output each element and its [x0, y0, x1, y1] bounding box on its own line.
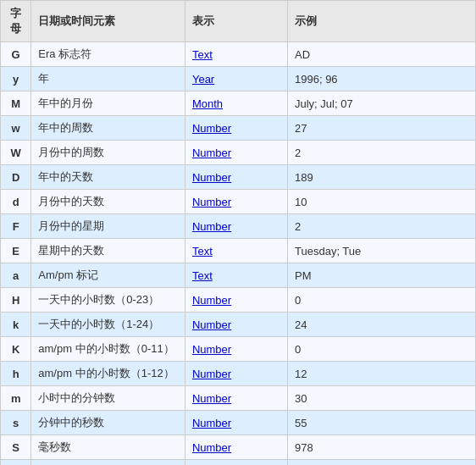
cell-char: S	[1, 435, 31, 460]
cell-desc: Am/pm 标记	[31, 263, 185, 288]
cell-repr[interactable]: Number	[185, 411, 287, 435]
cell-repr[interactable]: Number	[185, 337, 287, 362]
repr-link[interactable]: Number	[192, 220, 231, 233]
table-row: S毫秒数Number978	[1, 435, 476, 460]
cell-desc: 年中的周数	[31, 116, 185, 141]
cell-repr[interactable]: Number	[185, 386, 287, 411]
cell-repr[interactable]: Number	[185, 288, 287, 313]
cell-example: 2	[288, 141, 476, 165]
cell-desc: 月份中的周数	[31, 141, 185, 165]
repr-link[interactable]: Year	[192, 73, 214, 86]
cell-desc: am/pm 中的小时数（0-11）	[31, 337, 185, 362]
repr-link[interactable]: Text	[192, 245, 213, 257]
cell-example: 12	[288, 362, 476, 386]
cell-char: a	[1, 263, 31, 288]
table-row: M年中的月份MonthJuly; Jul; 07	[1, 91, 476, 116]
table-row: Kam/pm 中的小时数（0-11）Number0	[1, 337, 476, 362]
repr-link[interactable]: Number	[192, 122, 231, 135]
cell-desc: 分钟中的秒数	[31, 411, 185, 435]
cell-char: h	[1, 362, 31, 386]
cell-desc: 年	[31, 67, 185, 91]
cell-char: M	[1, 91, 31, 116]
table-row: H一天中的小时数（0-23）Number0	[1, 288, 476, 313]
cell-repr[interactable]: Text	[185, 239, 287, 263]
cell-example: 189	[288, 165, 476, 190]
cell-char: w	[1, 116, 31, 141]
cell-desc: am/pm 中的小时数（1-12）	[31, 362, 185, 386]
cell-char: d	[1, 190, 31, 214]
repr-link[interactable]: Number	[192, 368, 231, 380]
cell-repr[interactable]: Number	[185, 435, 287, 460]
cell-example: Pacific Standard Time; PST; GMT-08:00	[288, 460, 476, 466]
repr-link[interactable]: Number	[192, 147, 231, 159]
table-row: k一天中的小时数（1-24）Number24	[1, 313, 476, 337]
table-row: s分钟中的秒数Number55	[1, 411, 476, 435]
cell-repr[interactable]: Year	[185, 67, 287, 91]
cell-char: E	[1, 239, 31, 263]
cell-repr[interactable]: General time zone	[185, 460, 287, 466]
cell-char: H	[1, 288, 31, 313]
repr-link[interactable]: Number	[192, 196, 231, 208]
repr-link[interactable]: Number	[192, 294, 231, 307]
cell-desc: 月份中的星期	[31, 214, 185, 239]
header-example: 示例	[288, 1, 476, 42]
table-row: GEra 标志符TextAD	[1, 42, 476, 67]
repr-link[interactable]: Number	[192, 417, 231, 429]
cell-desc: 年中的天数	[31, 165, 185, 190]
repr-link[interactable]: Number	[192, 392, 231, 405]
cell-char: W	[1, 141, 31, 165]
repr-link[interactable]: Text	[192, 48, 213, 61]
cell-example: 30	[288, 386, 476, 411]
table-row: ham/pm 中的小时数（1-12）Number12	[1, 362, 476, 386]
cell-example: 0	[288, 288, 476, 313]
table-row: D年中的天数Number189	[1, 165, 476, 190]
cell-char: K	[1, 337, 31, 362]
cell-desc: Era 标志符	[31, 42, 185, 67]
cell-example: 55	[288, 411, 476, 435]
cell-repr[interactable]: Number	[185, 165, 287, 190]
header-repr: 表示	[185, 1, 287, 42]
cell-char: m	[1, 386, 31, 411]
repr-link[interactable]: Number	[192, 343, 231, 356]
cell-desc: 月份中的天数	[31, 190, 185, 214]
cell-example: 24	[288, 313, 476, 337]
cell-example: 2	[288, 214, 476, 239]
cell-repr[interactable]: Number	[185, 141, 287, 165]
cell-example: 10	[288, 190, 476, 214]
cell-char: F	[1, 214, 31, 239]
cell-example: AD	[288, 42, 476, 67]
table-row: F月份中的星期Number2	[1, 214, 476, 239]
header-desc: 日期或时间元素	[31, 1, 185, 42]
cell-repr[interactable]: Text	[185, 263, 287, 288]
cell-desc: 时区	[31, 460, 185, 466]
cell-desc: 毫秒数	[31, 435, 185, 460]
cell-example: 0	[288, 337, 476, 362]
cell-example: Tuesday; Tue	[288, 239, 476, 263]
cell-repr[interactable]: Text	[185, 42, 287, 67]
table-row: z时区General time zonePacific Standard Tim…	[1, 460, 476, 466]
cell-example: 1996; 96	[288, 67, 476, 91]
cell-desc: 年中的月份	[31, 91, 185, 116]
cell-char: k	[1, 313, 31, 337]
table-row: d月份中的天数Number10	[1, 190, 476, 214]
cell-example: July; Jul; 07	[288, 91, 476, 116]
cell-repr[interactable]: Number	[185, 313, 287, 337]
cell-example: 978	[288, 435, 476, 460]
cell-repr[interactable]: Number	[185, 116, 287, 141]
cell-repr[interactable]: Number	[185, 362, 287, 386]
header-char: 字母	[1, 1, 31, 42]
cell-repr[interactable]: Number	[185, 190, 287, 214]
cell-repr[interactable]: Month	[185, 91, 287, 116]
repr-link[interactable]: Number	[192, 318, 231, 331]
table-row: aAm/pm 标记TextPM	[1, 263, 476, 288]
repr-link[interactable]: Number	[192, 441, 231, 454]
table-row: E星期中的天数TextTuesday; Tue	[1, 239, 476, 263]
cell-char: D	[1, 165, 31, 190]
repr-link[interactable]: Number	[192, 171, 231, 184]
repr-link[interactable]: Text	[192, 269, 213, 282]
cell-desc: 一天中的小时数（1-24）	[31, 313, 185, 337]
cell-repr[interactable]: Number	[185, 214, 287, 239]
cell-desc: 星期中的天数	[31, 239, 185, 263]
cell-char: s	[1, 411, 31, 435]
repr-link[interactable]: Month	[192, 97, 223, 110]
